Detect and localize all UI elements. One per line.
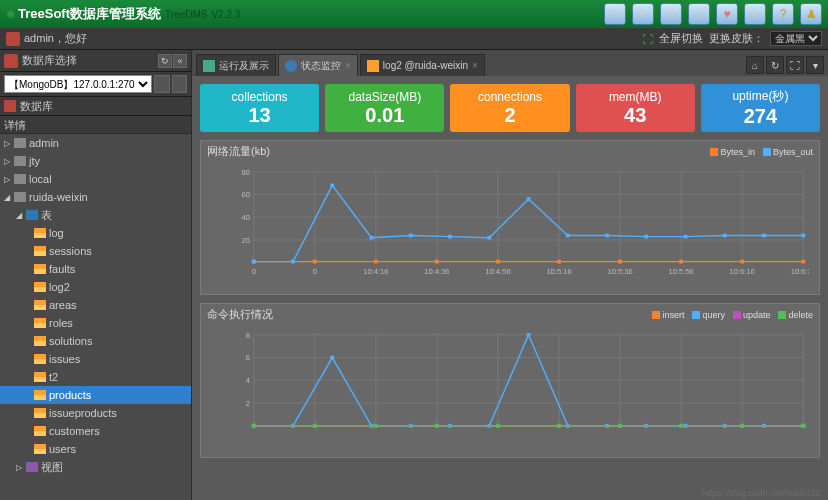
- tree-table-issueproducts[interactable]: issueproducts: [0, 404, 191, 422]
- heart-icon[interactable]: ♥: [716, 3, 738, 25]
- svg-rect-30: [374, 260, 378, 264]
- fullscreen-toggle[interactable]: 全屏切换: [659, 31, 703, 46]
- stat-value: 0.01: [365, 104, 404, 127]
- table-icon: [34, 408, 46, 418]
- legend-Bytes_out: Bytes_out: [763, 147, 813, 157]
- svg-rect-115: [801, 424, 805, 428]
- legend-insert: insert: [652, 310, 684, 320]
- tabrefresh-icon[interactable]: ↻: [766, 56, 784, 74]
- table-icon: [34, 318, 46, 328]
- tree-db-admin[interactable]: ▷admin: [0, 134, 191, 152]
- stat-label: dataSize(MB): [348, 90, 421, 104]
- table-icon: [34, 264, 46, 274]
- svg-text:10:6:16: 10:6:16: [730, 267, 755, 276]
- tree-table-faults[interactable]: faults: [0, 260, 191, 278]
- svg-rect-29: [313, 260, 317, 264]
- help-icon[interactable]: ?: [772, 3, 794, 25]
- svg-rect-52: [801, 234, 805, 238]
- svg-rect-51: [762, 234, 766, 238]
- skin-label: 更换皮肤：: [709, 31, 764, 46]
- table-icon: [34, 426, 46, 436]
- close-icon[interactable]: ×: [472, 60, 478, 71]
- chart-icon: [203, 60, 215, 72]
- tab-status[interactable]: 状态监控×: [278, 54, 358, 76]
- close-icon[interactable]: ×: [345, 60, 351, 71]
- sidebar-title: 数据库选择: [22, 53, 158, 68]
- chart-1: 命令执行情况insertqueryupdatedelete 2468: [200, 303, 820, 458]
- stat-dataSize(MB): dataSize(MB)0.01: [325, 84, 444, 132]
- tree-table-log2[interactable]: log2: [0, 278, 191, 296]
- svg-rect-34: [618, 260, 622, 264]
- tree-table-solutions[interactable]: solutions: [0, 332, 191, 350]
- stats-row: collections13dataSize(MB)0.01connections…: [192, 76, 828, 140]
- svg-rect-108: [374, 424, 378, 428]
- j-icon[interactable]: J: [688, 3, 710, 25]
- edit-icon[interactable]: ✎: [632, 3, 654, 25]
- sidebar-refresh-icon[interactable]: ↻: [158, 54, 172, 68]
- connection-config-button[interactable]: [172, 75, 188, 93]
- svg-rect-32: [496, 260, 500, 264]
- tree-table-roles[interactable]: roles: [0, 314, 191, 332]
- tree-table-users[interactable]: users: [0, 440, 191, 458]
- svg-rect-39: [291, 260, 295, 264]
- tabmenu-icon[interactable]: ▾: [806, 56, 824, 74]
- tree-table-t2[interactable]: t2: [0, 368, 191, 386]
- tree-table-sessions[interactable]: sessions: [0, 242, 191, 260]
- stat-value: 13: [248, 104, 270, 127]
- fullscreen-icon[interactable]: ⛶: [642, 33, 653, 45]
- svg-rect-111: [557, 424, 561, 428]
- svg-rect-49: [684, 235, 688, 239]
- tree-db-ruida-weixin[interactable]: ◢ruida-weixin: [0, 188, 191, 206]
- sidebar: 数据库选择 ↻ « 【MongoDB】127.0.0.1:270 数据库 详情 …: [0, 50, 192, 500]
- tree-db-local[interactable]: ▷local: [0, 170, 191, 188]
- db-header: 数据库: [0, 96, 191, 116]
- tools-icon[interactable]: ✕: [744, 3, 766, 25]
- svg-text:10:4:56: 10:4:56: [485, 267, 510, 276]
- tree-table-products[interactable]: products: [0, 386, 191, 404]
- sidebar-collapse-icon[interactable]: «: [173, 54, 187, 68]
- svg-rect-38: [252, 260, 256, 264]
- tree-table-areas[interactable]: areas: [0, 296, 191, 314]
- refresh-icon[interactable]: ↻: [604, 3, 626, 25]
- connection-add-button[interactable]: [154, 75, 170, 93]
- skin-select[interactable]: 金属黑: [770, 31, 822, 46]
- stat-value: 2: [504, 104, 515, 127]
- svg-rect-106: [252, 424, 256, 428]
- svg-text:10:6:36: 10:6:36: [791, 267, 809, 276]
- svg-rect-109: [435, 424, 439, 428]
- table-icon: [34, 336, 46, 346]
- chart-title: 命令执行情况: [207, 307, 273, 322]
- svg-text:6: 6: [246, 353, 250, 362]
- svg-rect-37: [801, 260, 805, 264]
- tree-table-log[interactable]: log: [0, 224, 191, 242]
- tree-table-issues[interactable]: issues: [0, 350, 191, 368]
- tree-db-jty[interactable]: ▷jty: [0, 152, 191, 170]
- legend-Bytes_in: Bytes_in: [710, 147, 755, 157]
- chart-0: 网络流量(kb)Bytes_inBytes_out 204060800010:4…: [200, 140, 820, 295]
- tree-table-customers[interactable]: customers: [0, 422, 191, 440]
- svg-rect-41: [370, 236, 374, 240]
- svg-text:20: 20: [242, 236, 250, 245]
- tree-views-folder[interactable]: ▷视图: [0, 458, 191, 476]
- svg-text:0: 0: [252, 267, 256, 276]
- tab-log2[interactable]: log2 @ruida-weixin×: [360, 54, 485, 76]
- view-icon: [26, 462, 38, 472]
- tree-icon: ❋: [6, 8, 15, 21]
- svg-rect-48: [644, 235, 648, 239]
- db-select-icon: [4, 54, 18, 68]
- home-icon[interactable]: ⌂: [746, 56, 764, 74]
- sidebar-header: 数据库选择 ↻ «: [0, 50, 191, 72]
- db-label: 数据库: [20, 99, 53, 114]
- tree-tables-folder[interactable]: ◢表: [0, 206, 191, 224]
- user-icon[interactable]: ♟: [800, 3, 822, 25]
- connection-select[interactable]: 【MongoDB】127.0.0.1:270: [4, 75, 152, 93]
- app-title: TreeSoft数据库管理系统: [18, 5, 161, 23]
- tab-bar: 运行及展示 状态监控× log2 @ruida-weixin× ⌂ ↻ ⛶ ▾: [192, 50, 828, 76]
- toolbar: ↻ ✎ ⎘ J ♥ ✕ ? ♟: [604, 3, 822, 25]
- tabfull-icon[interactable]: ⛶: [786, 56, 804, 74]
- tab-run[interactable]: 运行及展示: [196, 54, 276, 76]
- table-icon: [34, 228, 46, 238]
- svg-rect-43: [448, 235, 452, 239]
- stat-label: collections: [232, 90, 288, 104]
- sql-icon[interactable]: ⎘: [660, 3, 682, 25]
